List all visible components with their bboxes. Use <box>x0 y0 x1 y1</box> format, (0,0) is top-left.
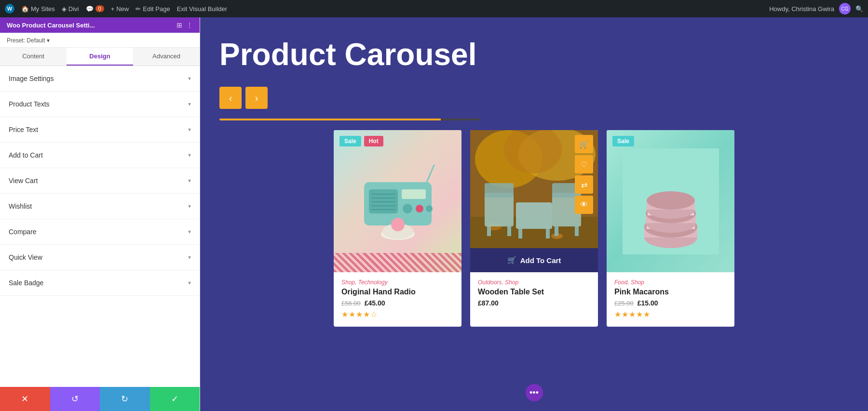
pencil-icon: ✏ <box>136 5 141 13</box>
product-name-3: Pink Macarons <box>614 288 727 296</box>
sidebar-item-product-texts[interactable]: Product Texts ▾ <box>0 92 200 117</box>
svg-rect-24 <box>487 226 491 236</box>
cancel-button[interactable]: ✕ <box>0 387 50 411</box>
my-sites-link[interactable]: 🏠 My Sites <box>21 5 55 13</box>
svg-point-14 <box>391 218 405 231</box>
wishlist-icon-btn[interactable]: ♡ <box>575 155 593 173</box>
product-info-3: Food, Shop Pink Macarons £25.00 £15.00 ★… <box>607 272 734 327</box>
prev-button[interactable]: ‹ <box>219 87 242 109</box>
product-card-2: 🛒 ♡ ⇄ 👁 🛒 Add To Cart Outdoors, Shop Woo… <box>470 130 598 327</box>
sidebar-title: Woo Product Carousel Setti... <box>7 22 95 29</box>
chevron-down-icon: ▾ <box>188 126 191 133</box>
svg-rect-22 <box>485 193 514 226</box>
price-old-3: £25.00 <box>614 300 634 307</box>
wp-logo-icon[interactable]: W <box>5 4 14 13</box>
pagination-dot[interactable]: ••• <box>526 384 543 401</box>
tab-content[interactable]: Content <box>0 48 67 66</box>
product-card-1: Sale Hot Shop, Technology Original Hand … <box>334 130 461 327</box>
product-name-2: Wooden Table Set <box>478 288 590 296</box>
new-button[interactable]: + New <box>111 5 129 13</box>
chevron-down-icon: ▾ <box>188 203 191 210</box>
radio-illustration <box>354 163 441 240</box>
edit-page-link[interactable]: ✏ Edit Page <box>136 5 170 13</box>
undo-button[interactable]: ↺ <box>50 387 100 411</box>
tab-advanced[interactable]: Advanced <box>133 48 200 66</box>
product-rating-1: ★★★★☆ <box>341 310 454 319</box>
sidebar-item-price-text[interactable]: Price Text ▾ <box>0 117 200 143</box>
add-to-cart-overlay[interactable]: 🛒 Add To Cart <box>470 248 598 272</box>
sidebar-menu-icon[interactable]: ⋮ <box>186 21 193 29</box>
sidebar-items: Image Settings ▾ Product Texts ▾ Price T… <box>0 66 200 387</box>
divi-icon: ◈ <box>62 5 67 13</box>
sale-badge-3: Sale <box>612 136 634 146</box>
sidebar-item-view-cart[interactable]: View Cart ▾ <box>0 168 200 194</box>
svg-point-10 <box>426 205 433 212</box>
product-card-3: Sale Food, Shop Pink Macarons £25.00 £15… <box>607 130 734 327</box>
tab-design[interactable]: Design <box>67 48 133 66</box>
badge-group-1: Sale Hot <box>339 136 383 146</box>
product-info-1: Shop, Technology Original Hand Radio £56… <box>334 272 461 327</box>
chevron-down-icon: ▾ <box>188 177 191 184</box>
chevron-down-icon: ▾ <box>188 75 191 82</box>
product-name-1: Original Hand Radio <box>341 288 454 296</box>
divi-link[interactable]: ◈ Divi <box>62 5 79 13</box>
chevron-down-icon: ▾ <box>188 279 191 286</box>
preset-bar[interactable]: Preset: Default <box>0 33 200 48</box>
preset-label[interactable]: Preset: Default <box>7 37 50 44</box>
product-rating-3: ★★★★★ <box>614 310 727 319</box>
tabs: Content Design Advanced <box>0 48 200 66</box>
chevron-down-icon: ▾ <box>188 254 191 261</box>
sidebar-item-sale-badge[interactable]: Sale Badge ▾ <box>0 270 200 296</box>
action-icons: 🛒 ♡ ⇄ 👁 <box>575 135 593 214</box>
svg-rect-25 <box>507 226 511 236</box>
product-price-2: £87.00 <box>478 299 590 307</box>
sidebar-header: Woo Product Carousel Setti... ⊞ ⋮ <box>0 17 200 33</box>
sidebar-screen-icon[interactable]: ⊞ <box>176 21 182 29</box>
comments-link[interactable]: 💬 0 <box>86 5 104 13</box>
cart-icon-btn[interactable]: 🛒 <box>575 135 593 153</box>
hot-badge: Hot <box>364 136 383 146</box>
admin-bar: W 🏠 My Sites ◈ Divi 💬 0 + New ✏ Edit Pag… <box>0 0 868 17</box>
price-single-2: £87.00 <box>478 299 499 307</box>
carousel-title: Product Carousel <box>219 37 476 72</box>
price-old-1: £56.00 <box>341 300 361 307</box>
products-row: Sale Hot Shop, Technology Original Hand … <box>219 130 849 327</box>
sidebar-item-compare[interactable]: Compare ▾ <box>0 219 200 245</box>
svg-rect-23 <box>485 183 514 198</box>
exit-builder-link[interactable]: Exit Visual Builder <box>177 5 228 13</box>
comment-badge: 0 <box>95 5 104 12</box>
quickview-icon-btn[interactable]: 👁 <box>575 196 593 214</box>
sidebar-item-add-to-cart[interactable]: Add to Cart ▾ <box>0 143 200 168</box>
svg-point-9 <box>416 205 423 212</box>
svg-rect-28 <box>555 226 558 236</box>
svg-rect-7 <box>402 189 426 199</box>
sidebar-item-wishlist[interactable]: Wishlist ▾ <box>0 194 200 219</box>
compare-icon-btn[interactable]: ⇄ <box>575 175 593 194</box>
badge-group-3: Sale <box>612 136 634 146</box>
avatar[interactable]: CG <box>839 3 851 14</box>
my-sites-icon: 🏠 <box>21 5 29 13</box>
price-new-3: £15.00 <box>637 299 658 307</box>
chevron-down-icon: ▾ <box>188 152 191 159</box>
sidebar-item-quick-view[interactable]: Quick View ▾ <box>0 245 200 270</box>
product-category-1: Shop, Technology <box>341 279 454 286</box>
save-button[interactable]: ✓ <box>150 387 200 411</box>
cart-overlay-icon: 🛒 <box>507 256 516 265</box>
sidebar-item-image-settings[interactable]: Image Settings ▾ <box>0 66 200 92</box>
howdy-text: Howdy, Christina Gwira <box>769 5 834 13</box>
product-price-1: £56.00 £45.00 <box>341 299 454 307</box>
redo-button[interactable]: ↻ <box>100 387 150 411</box>
chevron-down-icon: ▾ <box>188 228 191 235</box>
svg-line-11 <box>427 165 434 182</box>
search-icon[interactable]: 🔍 <box>855 5 863 13</box>
content-area: Product Carousel ‹ › <box>200 17 868 411</box>
price-new-1: £45.00 <box>365 299 385 307</box>
product-info-2: Outdoors, Shop Wooden Table Set £87.00 <box>470 272 598 318</box>
next-button[interactable]: › <box>245 87 268 109</box>
svg-rect-29 <box>575 226 579 236</box>
sale-badge: Sale <box>339 136 361 146</box>
pagination[interactable]: ••• <box>526 384 543 401</box>
svg-point-8 <box>403 204 412 213</box>
product-image-3: Sale <box>607 130 734 272</box>
macaron-illustration <box>623 148 719 254</box>
